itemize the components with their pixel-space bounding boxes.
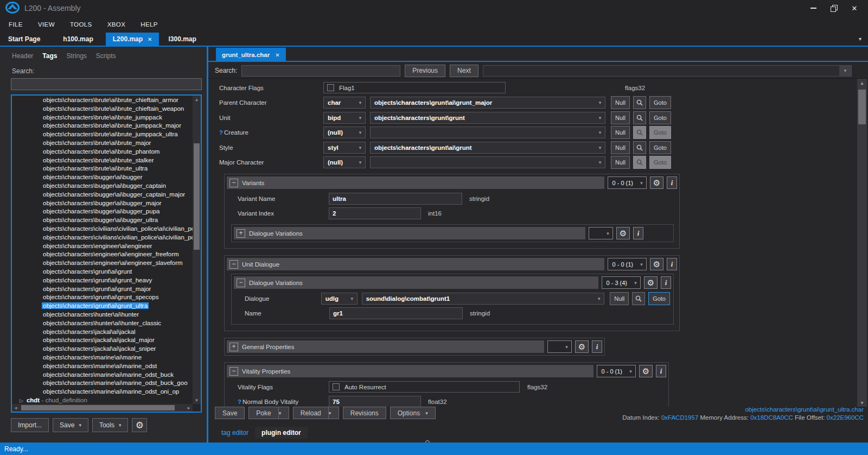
search-results-combobox[interactable]: ▾ (483, 65, 852, 77)
flag1-checkbox[interactable] (327, 84, 334, 91)
block-gear-button[interactable]: ⚙ (650, 258, 663, 270)
tag-list-item[interactable]: objects\characters\brute\ai\brute_phanto… (12, 148, 193, 156)
tag-path-combobox[interactable]: ▾ (370, 156, 605, 168)
tag-list-item[interactable]: objects\characters\civilians\civilian_po… (12, 225, 193, 233)
search-tag-button[interactable] (633, 141, 646, 154)
tab-l200-map[interactable]: L200.map ✕ (106, 33, 159, 46)
search-tag-button[interactable] (633, 111, 646, 124)
tag-list-item[interactable]: objects\characters\engineer\ai\engineer_… (12, 250, 193, 259)
minimize-button[interactable] (803, 0, 824, 16)
goto-button[interactable]: Goto (649, 111, 671, 124)
block-gear-button[interactable]: ⚙ (639, 365, 653, 377)
tools-button[interactable]: Tools▾ (92, 418, 129, 432)
block-gear-button[interactable]: ⚙ (616, 227, 630, 239)
save-tag-button[interactable]: Save (215, 407, 245, 419)
variant-index-input[interactable] (329, 207, 421, 219)
tag-list-hscrollbar[interactable]: ◂ ▸ (12, 404, 193, 412)
tag-path-combobox[interactable]: objects\characters\grunt\ai\grunt▾ (370, 142, 605, 154)
tag-list-item[interactable]: objects\characters\brute\ai\brute_chieft… (12, 105, 193, 113)
tab-start-page[interactable]: Start Page (1, 33, 47, 46)
block-index-dropdown[interactable]: 0 - 0 (1)▾ (608, 258, 647, 270)
null-button[interactable]: Null (611, 156, 630, 169)
block-index-dropdown[interactable]: ▾ (547, 340, 572, 353)
tab-h100-map[interactable]: h100.map (56, 33, 100, 46)
hscroll-thumb[interactable] (21, 405, 175, 410)
tag-list-item[interactable]: objects\characters\grunt\ai\grunt_heavy (12, 276, 193, 285)
menu-xbox[interactable]: XBOX (106, 19, 127, 30)
block-gear-button[interactable]: ⚙ (644, 276, 658, 289)
goto-button[interactable]: Goto (649, 96, 671, 109)
chevron-up-icon[interactable]: ▴ (193, 96, 201, 103)
tag-path-combobox[interactable]: objects\characters\grunt\ai\grunt_major▾ (370, 97, 605, 109)
null-button[interactable]: Null (611, 96, 630, 109)
tab-l300-map[interactable]: l300.map (161, 33, 203, 46)
tag-list-item[interactable]: objects\characters\marine\ai\marine (12, 353, 193, 362)
info-icon[interactable]: i (667, 258, 677, 270)
tag-list-item[interactable]: objects\characters\marine\ai\marine_odst… (12, 388, 193, 396)
chevron-up-icon[interactable]: ▴ (857, 79, 867, 87)
tag-list-item[interactable]: objects\characters\civilians\civilian_po… (12, 233, 193, 242)
null-button[interactable]: Null (611, 126, 630, 139)
normal-body-vitality-input[interactable] (329, 396, 421, 407)
tag-list-item[interactable]: objects\characters\bugger\ai\bugger_ultr… (12, 216, 193, 225)
tag-list-item[interactable]: objects\characters\bugger\ai\bugger_pupa (12, 207, 193, 216)
info-icon[interactable]: i (592, 340, 602, 353)
expand-button[interactable]: + (229, 343, 238, 351)
chevron-down-icon[interactable]: ▾ (859, 36, 861, 42)
chevron-right-icon[interactable]: ▷ (20, 398, 23, 403)
tag-list-item[interactable]: objects\characters\bugger\ai\bugger (12, 173, 193, 182)
tag-class-dropdown[interactable]: (null)▾ (323, 127, 366, 138)
tag-list-item[interactable]: objects\characters\marine\ai\marine_odst… (12, 379, 193, 388)
menu-tools[interactable]: TOOLS (69, 19, 93, 30)
menu-file[interactable]: FILE (8, 19, 24, 30)
tag-list-item[interactable]: objects\characters\engineer\ai\engineer (12, 242, 193, 251)
tag-group-chdt[interactable]: ▷chdt - chud_definition (12, 396, 193, 404)
sidebar-tab-tags[interactable]: Tags (42, 52, 57, 60)
tag-path-combobox[interactable]: ▾ (370, 127, 605, 138)
tag-list-item[interactable]: objects\characters\bugger\ai\bugger_capt… (12, 182, 193, 191)
tag-path-combobox[interactable]: objects\characters\grunt\grunt▾ (370, 112, 605, 124)
info-icon[interactable]: i (661, 276, 671, 289)
tag-list-item[interactable]: objects\characters\marine\ai\marine_odst (12, 362, 193, 371)
block-index-dropdown[interactable]: ▾ (589, 227, 613, 239)
collapse-button[interactable]: − (229, 260, 238, 269)
close-icon[interactable]: ✕ (275, 52, 279, 58)
block-gear-button[interactable]: ⚙ (575, 340, 589, 353)
tag-path-link[interactable]: objects\characters\grunt\ai\grunt_ultra.… (622, 406, 864, 414)
tag-list-item[interactable]: objects\characters\brute\ai\brute_jumppa… (12, 122, 193, 130)
tag-list-item[interactable]: objects\characters\grunt\ai\grunt_ultra (12, 302, 193, 311)
tab-plugin-editor[interactable]: plugin editor (255, 427, 308, 439)
poke-button[interactable]: Poke (248, 407, 278, 419)
block-index-dropdown[interactable]: 0 - 0 (1)▾ (608, 176, 647, 189)
chevron-down-icon[interactable]: ▾ (839, 66, 851, 76)
import-button[interactable]: Import... (11, 418, 49, 432)
tag-list-item[interactable]: objects\characters\jackal\ai\jackal (12, 328, 193, 337)
tab-grunt-ultra-char[interactable]: grunt_ultra.char ✕ (216, 48, 286, 62)
reload-button[interactable]: Reload (293, 407, 328, 419)
tag-list-item[interactable]: objects\characters\brute\ai\brute_stalke… (12, 156, 193, 165)
tag-list-item[interactable]: objects\characters\brute\ai\brute_major (12, 139, 193, 148)
tag-list-item[interactable]: objects\characters\marine\ai\marine_odst… (12, 371, 193, 380)
info-icon[interactable]: i (667, 176, 677, 189)
tag-list-item[interactable]: objects\characters\grunt\ai\grunt_specop… (12, 293, 193, 302)
next-button[interactable]: Next (450, 65, 478, 77)
close-button[interactable]: ✕ (844, 0, 865, 16)
tag-class-dropdown[interactable]: styl▾ (323, 142, 366, 154)
block-index-dropdown[interactable]: 0 - 0 (1)▾ (597, 365, 636, 377)
sidebar-tab-strings[interactable]: Strings (66, 52, 86, 60)
reload-dropdown-button[interactable]: ▾ (328, 407, 339, 419)
tag-class-dropdown[interactable]: char▾ (323, 97, 366, 109)
options-button[interactable]: Options▾ (390, 407, 436, 419)
tag-path-combobox[interactable]: sound\dialog\combat\grunt1▾ (362, 293, 605, 305)
tag-list-item[interactable]: objects\characters\brute\ai\brute_ultra (12, 165, 193, 173)
tag-list-item[interactable]: objects\characters\grunt\ai\grunt_major (12, 285, 193, 294)
info-icon[interactable]: i (633, 227, 643, 239)
collapse-button[interactable]: − (237, 279, 245, 287)
tag-list-item[interactable]: objects\characters\brute\ai\brute_jumppa… (12, 130, 193, 139)
goto-button[interactable]: Goto (649, 141, 671, 154)
tag-list-item[interactable]: objects\characters\jackal\ai\jackal_snip… (12, 345, 193, 353)
tag-class-dropdown[interactable]: udlg▾ (321, 293, 358, 305)
tag-list-item[interactable]: objects\characters\grunt\ai\grunt (12, 268, 193, 276)
tag-class-dropdown[interactable]: bipd▾ (323, 112, 366, 124)
dialogue-name-input[interactable] (329, 307, 463, 319)
